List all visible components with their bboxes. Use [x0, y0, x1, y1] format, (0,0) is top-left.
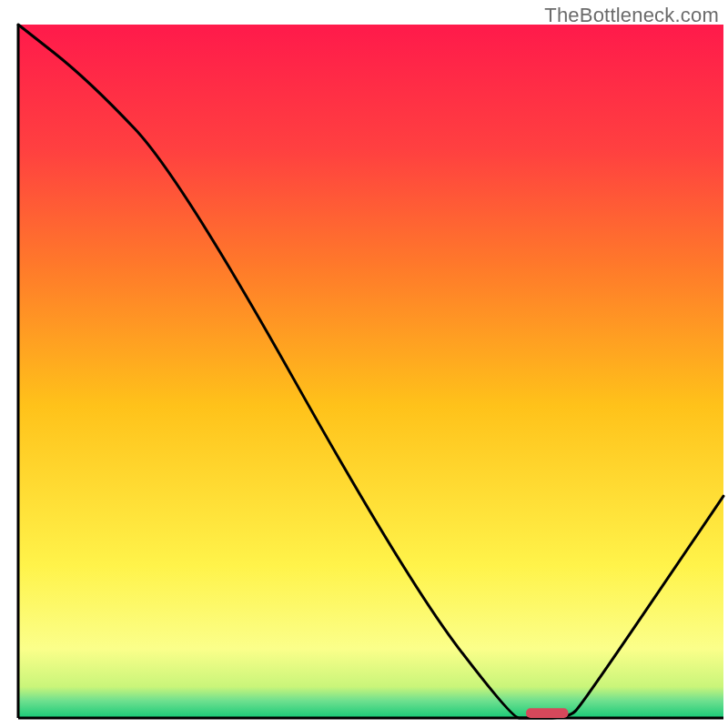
plot-background: [18, 25, 723, 718]
bottleneck-chart: [0, 0, 728, 728]
watermark-text: TheBottleneck.com: [544, 4, 719, 27]
optimal-marker: [526, 708, 569, 718]
